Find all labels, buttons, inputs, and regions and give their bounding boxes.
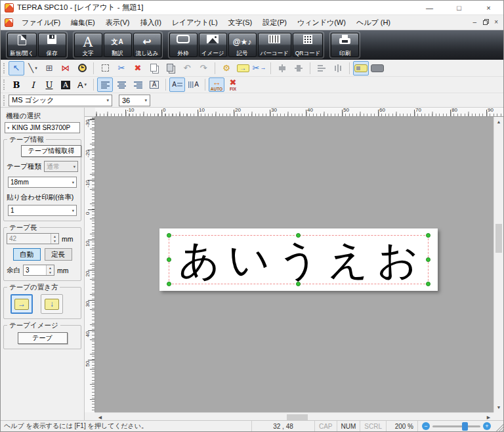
menu-item[interactable]: ヘルプ (H)	[351, 18, 396, 28]
menu-item[interactable]: 設定(P)	[257, 18, 292, 28]
paste-button[interactable]	[163, 61, 178, 76]
tape-view-horizontal-button[interactable]	[353, 61, 369, 76]
maximize-button[interactable]: □	[444, 1, 474, 14]
horizontal-text-button[interactable]: A	[169, 77, 185, 92]
line-tool-button[interactable]: ╲▾	[25, 61, 41, 76]
layout-properties-button[interactable]: ⚙	[219, 61, 234, 76]
zoom-in-icon[interactable]: +	[483, 422, 491, 430]
qr-code-button[interactable]: QRコード	[293, 33, 324, 57]
spin-down-icon[interactable]: ▼	[47, 270, 54, 276]
menu-item[interactable]: 表示(V)	[100, 18, 135, 28]
get-tape-info-button[interactable]: テープ情報取得	[21, 145, 81, 157]
scroll-down-icon[interactable]: ▼	[494, 402, 503, 412]
menu-item[interactable]: 編集(E)	[66, 18, 100, 28]
flow-in-button[interactable]: ↩流し込み	[133, 33, 161, 57]
font-size-select[interactable]: 36 ▾	[119, 95, 150, 106]
ribbon-tool-button[interactable]: ⋈	[58, 61, 74, 76]
child-minimize-button[interactable]: ‒	[473, 19, 477, 26]
insert-block-button[interactable]: →	[235, 61, 251, 76]
delete-button[interactable]: ✖	[130, 61, 146, 76]
italic-button[interactable]: I	[25, 77, 41, 92]
align-right-button[interactable]	[130, 77, 146, 92]
select-frame-button[interactable]	[97, 61, 113, 76]
child-close-button[interactable]: ×	[494, 19, 498, 26]
vertical-scrollbar[interactable]: ▲ ▼	[494, 117, 503, 412]
zoom-slider-thumb[interactable]	[462, 422, 468, 431]
distribute-vertical-button[interactable]	[330, 61, 346, 76]
zoom-slider[interactable]	[432, 425, 480, 427]
table-tool-button[interactable]: ⊞	[41, 61, 57, 76]
menu-item[interactable]: 挿入(I)	[135, 18, 166, 28]
menu-item[interactable]: ウィンドウ(W)	[292, 18, 351, 28]
redo-button[interactable]: ↷	[196, 61, 211, 76]
clock-tool-button[interactable]	[74, 61, 90, 76]
bold-button[interactable]: B	[9, 77, 24, 92]
resize-handle[interactable]	[167, 282, 171, 286]
auto-length-button[interactable]: ↔AUTO	[209, 77, 224, 92]
menu-item[interactable]: 文字(S)	[223, 18, 258, 28]
menu-item[interactable]: レイアウト(L)	[167, 18, 223, 28]
text-button[interactable]: A文字	[74, 33, 102, 57]
select-tool-button[interactable]: ↖	[9, 61, 24, 76]
copy-button[interactable]	[146, 61, 162, 76]
text-frame-button[interactable]: A	[146, 77, 162, 92]
orientation-vertical-button[interactable]: ↓	[41, 294, 63, 314]
model-select[interactable]: ▾ KING JIM SR3700P	[5, 122, 80, 133]
margin-input[interactable]: 3 ▲ ▼	[23, 265, 54, 276]
reverse-text-button[interactable]: A	[58, 77, 74, 92]
resize-handle[interactable]	[296, 282, 301, 286]
save-button[interactable]: 保存	[38, 33, 66, 57]
layout-canvas[interactable]: あいうえお	[95, 117, 494, 412]
undo-button[interactable]: ↶	[179, 61, 195, 76]
menu-item[interactable]: ファイル(F)	[16, 18, 66, 28]
align-left-button[interactable]	[97, 77, 113, 92]
minimize-button[interactable]: —	[415, 1, 444, 14]
print-button[interactable]: 印刷	[331, 33, 359, 57]
image-button[interactable]: イメージ	[199, 33, 227, 57]
auto-length-button[interactable]: 自動	[13, 248, 41, 261]
resize-handle[interactable]	[167, 233, 171, 238]
scroll-up-icon[interactable]: ▲	[494, 117, 503, 127]
tiling-scale-select[interactable]: 1 ▾	[8, 205, 77, 216]
resize-handle[interactable]	[167, 257, 171, 262]
child-restore-button[interactable]	[483, 20, 488, 25]
align-center-horizontal-button[interactable]	[274, 61, 290, 76]
toolbar-grip[interactable]	[3, 79, 7, 90]
tape-image-button[interactable]: テープ	[18, 332, 68, 344]
resize-handle[interactable]	[296, 233, 301, 238]
tape-view-vertical-button[interactable]	[369, 61, 385, 76]
align-center-button[interactable]	[114, 77, 129, 92]
spin-up-icon[interactable]: ▲	[51, 234, 58, 239]
resize-handle[interactable]	[426, 233, 430, 238]
orientation-horizontal-button[interactable]: →	[10, 294, 33, 314]
spin-up-icon[interactable]: ▲	[47, 265, 54, 270]
horizontal-scroll-thumb[interactable]	[287, 414, 308, 420]
barcode-button[interactable]: バーコード	[258, 33, 291, 57]
align-center-vertical-button[interactable]	[291, 61, 306, 76]
zoom-out-icon[interactable]: −	[422, 422, 430, 430]
symbol-button[interactable]: @★♪記号	[228, 33, 257, 57]
close-button[interactable]: ×	[474, 1, 503, 14]
translate-button[interactable]: 文A翻訳	[104, 33, 132, 57]
fixed-length-button[interactable]: 定長	[45, 248, 72, 261]
window-resize-grip[interactable]	[495, 421, 503, 431]
resize-handle[interactable]	[426, 257, 430, 262]
tape-width-select[interactable]: 18mm ▾	[8, 177, 77, 188]
distribute-horizontal-button[interactable]	[314, 61, 329, 76]
tape-label[interactable]: あいうえお	[159, 228, 438, 291]
tape-length-input[interactable]: 42 ▲ ▼	[7, 233, 59, 244]
outer-frame-button[interactable]: 外枠	[169, 33, 198, 57]
text-style-button[interactable]: A▾	[74, 77, 90, 92]
spin-down-icon[interactable]: ▼	[51, 239, 58, 244]
fixed-length-button[interactable]: ✖FIX	[225, 77, 241, 92]
new-open-button[interactable]: 新規/開く	[7, 33, 37, 57]
underline-button[interactable]: U	[41, 77, 57, 92]
vertical-text-button[interactable]: A	[186, 77, 201, 92]
font-name-select[interactable]: MS ゴシック ▾	[9, 95, 112, 106]
toolbar-grip[interactable]	[3, 95, 7, 106]
split-block-button[interactable]: ✂→	[251, 61, 267, 76]
vertical-scroll-thumb[interactable]	[495, 224, 502, 253]
resize-handle[interactable]	[426, 282, 430, 286]
toolbar-grip[interactable]	[3, 63, 7, 74]
cut-button[interactable]: ✂	[114, 61, 129, 76]
